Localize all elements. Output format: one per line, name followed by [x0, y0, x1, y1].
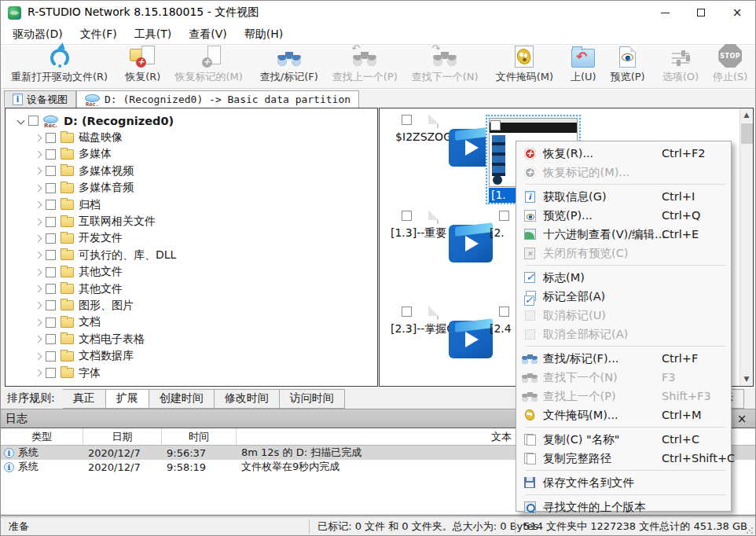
- vertical-scrollbar[interactable]: ▲ ▼: [739, 108, 753, 386]
- status-bar: 准备 已标记: 0 文件 和 0 文件夹。总大小为: 0 Bytes 514 文…: [1, 516, 755, 536]
- ctx-hex-view[interactable]: 十六进制查看(V)/编辑... Ctrl+E: [516, 225, 731, 244]
- maximize-button[interactable]: [683, 1, 719, 24]
- menu-view[interactable]: 查看(V): [180, 24, 236, 45]
- expander-icon[interactable]: [35, 134, 42, 141]
- checkbox[interactable]: [46, 300, 56, 310]
- expander-open-icon[interactable]: [17, 117, 25, 125]
- ctx-mark-all[interactable]: 标记全部(A): [516, 287, 731, 306]
- tree-item[interactable]: 文档: [6, 314, 377, 331]
- ctx-file-mask[interactable]: 文件掩码(M)... Ctrl+M: [516, 406, 731, 424]
- expander-icon[interactable]: [35, 201, 42, 209]
- checkbox[interactable]: [46, 133, 56, 143]
- checkbox[interactable]: [402, 115, 412, 125]
- tree-item[interactable]: 可执行的、库、DLL: [6, 247, 377, 263]
- ctx-find-mark[interactable]: 查找/标记(F)... Ctrl+F: [516, 349, 731, 368]
- resize-grip[interactable]: [746, 527, 754, 534]
- tree-item[interactable]: 字体: [6, 365, 377, 381]
- minimize-button[interactable]: [647, 1, 683, 24]
- sort-tab-real[interactable]: 真正: [63, 389, 106, 409]
- tree-item[interactable]: 多媒体音频: [6, 180, 377, 196]
- menu-help[interactable]: 帮助(H): [236, 24, 292, 45]
- expander-icon[interactable]: [35, 302, 42, 310]
- tree-item[interactable]: 多媒体: [6, 146, 377, 163]
- tree-item[interactable]: 磁盘映像: [6, 129, 377, 145]
- tree-item[interactable]: 多媒体视频: [6, 163, 377, 179]
- reopen-drive-files-button[interactable]: 重新打开驱动文件(R): [4, 47, 115, 86]
- checkbox[interactable]: [46, 351, 56, 362]
- expander-icon[interactable]: [35, 184, 42, 192]
- tree-item[interactable]: 文档电子表格: [6, 331, 377, 347]
- expander-icon[interactable]: [35, 234, 42, 242]
- ctx-copy-full-path[interactable]: 复制完整路径 Ctrl+Shift+C: [516, 449, 731, 468]
- checkbox[interactable]: [402, 211, 412, 221]
- ctx-mark[interactable]: 标志(M): [516, 268, 731, 287]
- checkbox[interactable]: [46, 334, 56, 344]
- checkbox[interactable]: [46, 149, 56, 160]
- log-close-icon[interactable]: ×: [733, 412, 750, 426]
- checkbox[interactable]: [46, 166, 56, 176]
- recover-button[interactable]: + 恢复(R): [118, 47, 167, 86]
- expander-icon[interactable]: [35, 167, 42, 175]
- checkbox[interactable]: [46, 318, 56, 328]
- tree-item[interactable]: 其他文件: [6, 281, 377, 297]
- ctx-save-filenames[interactable]: 保存文件名到文件: [516, 473, 731, 492]
- up-button[interactable]: ↶ 上(U): [563, 47, 604, 86]
- checkbox[interactable]: [46, 233, 56, 244]
- scrollbar-thumb[interactable]: [741, 123, 753, 144]
- preview-button[interactable]: 预览(P): [604, 47, 652, 86]
- sort-tab-extension[interactable]: 扩展: [106, 389, 149, 409]
- checkbox[interactable]: [402, 307, 412, 317]
- tree-root-drive[interactable]: Rec. D: (Recognized0): [6, 112, 377, 129]
- expander-icon[interactable]: [35, 352, 42, 360]
- menu-drives[interactable]: 驱动器(D): [4, 24, 72, 45]
- tab-partition[interactable]: Rec. D: (Recognized0) -> Basic data part…: [76, 90, 359, 108]
- expander-icon[interactable]: [35, 369, 42, 377]
- log-col-time[interactable]: 时间: [162, 428, 237, 445]
- sort-tab-modified-time[interactable]: 修改时间: [215, 389, 280, 409]
- expander-icon[interactable]: [35, 268, 42, 276]
- checkbox[interactable]: [499, 211, 509, 221]
- tree-item[interactable]: 归档: [6, 196, 377, 213]
- tab-device-view[interactable]: i 设备视图: [4, 90, 76, 108]
- tree-item[interactable]: 互联网相关文件: [6, 213, 377, 229]
- tree-item[interactable]: 文档数据库: [6, 347, 377, 364]
- ctx-preview[interactable]: 预览(P)... Ctrl+Q: [516, 206, 731, 225]
- checkbox[interactable]: [46, 183, 56, 193]
- ctx-copy-name[interactable]: 复制(C) "名称" Ctrl+C: [516, 430, 731, 449]
- menu-tools[interactable]: 工具(T): [126, 24, 180, 45]
- checkbox[interactable]: [46, 250, 56, 260]
- expander-icon[interactable]: [35, 318, 42, 326]
- file-mask-button[interactable]: 文件掩码(M): [489, 47, 560, 86]
- tree-item[interactable]: 图形、图片: [6, 297, 377, 314]
- checkbox[interactable]: [499, 307, 509, 317]
- checkbox[interactable]: [46, 217, 56, 227]
- checkbox[interactable]: [46, 200, 56, 210]
- expander-icon[interactable]: [35, 285, 42, 293]
- ctx-find-previous-version[interactable]: 寻找文件的上个版本: [516, 497, 731, 516]
- checkbox[interactable]: [490, 120, 501, 130]
- expander-icon[interactable]: [35, 151, 42, 159]
- expander-icon[interactable]: [35, 336, 42, 343]
- ctx-recover[interactable]: + 恢复(R)... Ctrl+F2: [516, 144, 731, 163]
- tree-item[interactable]: 其他文件: [6, 264, 377, 281]
- expander-icon[interactable]: [35, 218, 42, 226]
- scroll-up-icon[interactable]: ▲: [740, 108, 753, 122]
- sort-tab-creation-time[interactable]: 创建时间: [149, 389, 215, 409]
- file-item[interactable]: [1.3]--重要！关于...: [391, 211, 485, 240]
- ctx-get-info[interactable]: i 获取信息(G) Ctrl+I: [516, 187, 731, 206]
- log-col-date[interactable]: 日期: [83, 428, 162, 445]
- sort-tab-access-time[interactable]: 访问时间: [280, 389, 345, 409]
- checkbox[interactable]: [46, 267, 56, 277]
- checkbox[interactable]: [28, 116, 39, 126]
- find-mark-button[interactable]: 查找/标记(F): [253, 47, 325, 86]
- close-button[interactable]: ×: [719, 1, 755, 24]
- log-col-type[interactable]: 类型: [1, 428, 83, 445]
- tree-item[interactable]: 开发文件: [6, 230, 377, 247]
- menu-file[interactable]: 文件(F): [72, 24, 126, 45]
- file-item[interactable]: $I2ZSZOG.mp4: [391, 115, 485, 143]
- scroll-down-icon[interactable]: ▼: [740, 373, 753, 386]
- checkbox[interactable]: [46, 284, 56, 294]
- expander-icon[interactable]: [35, 251, 42, 259]
- checkbox[interactable]: [46, 368, 56, 378]
- file-item[interactable]: [2.3]--掌握CE挖掘...: [391, 307, 485, 336]
